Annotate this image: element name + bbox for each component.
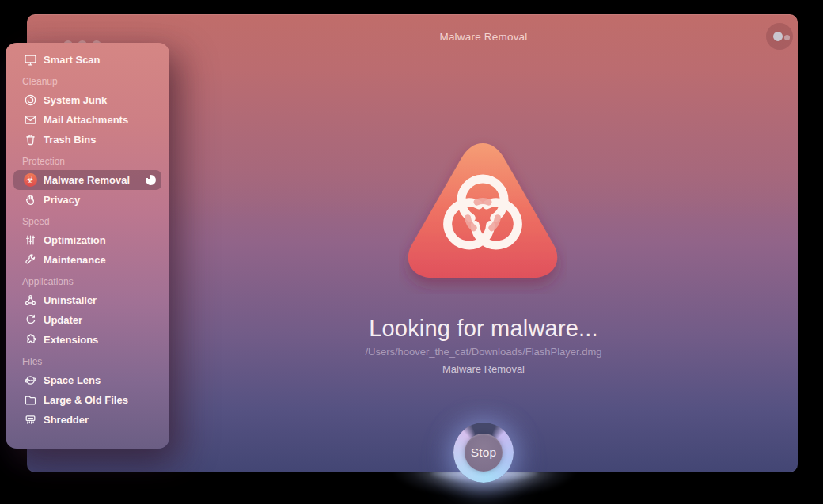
- sidebar-section-cleanup: Cleanup: [6, 70, 169, 90]
- scan-current-path: /Users/hoover_the_cat/Downloads/FlashPla…: [169, 346, 798, 358]
- status-title: Looking for malware...: [169, 316, 798, 343]
- sidebar-item-label: Uninstaller: [44, 294, 97, 306]
- biohazard-triangle-icon: [399, 135, 567, 294]
- biohazard-icon: ☣: [22, 173, 38, 187]
- sidebar-item-label: Privacy: [44, 194, 80, 206]
- menu-dot-icon: [773, 32, 783, 41]
- shredder-icon: [22, 413, 38, 426]
- cleanup-swirl-icon: [22, 93, 38, 107]
- sidebar-section-protection: Protection: [6, 150, 169, 170]
- sidebar-item-label: Optimization: [44, 234, 106, 246]
- imac-icon: [22, 53, 38, 66]
- sidebar-item-system-junk[interactable]: System Junk: [13, 90, 161, 110]
- stop-button-label[interactable]: Stop: [465, 434, 503, 472]
- sidebar-item-large-old-files[interactable]: Large & Old Files: [13, 390, 161, 410]
- scan-module-label: Malware Removal: [169, 363, 798, 376]
- sidebar-item-label: Trash Bins: [44, 134, 96, 146]
- sidebar: Smart Scan Cleanup System Junk Mail Atta…: [6, 43, 169, 449]
- puzzle-icon: [22, 333, 38, 347]
- menu-dot-small-icon: [784, 35, 790, 40]
- sidebar-item-space-lens[interactable]: Space Lens: [13, 370, 161, 390]
- envelope-icon: [22, 113, 38, 127]
- sidebar-item-extensions[interactable]: Extensions: [13, 330, 161, 350]
- sidebar-item-label: Maintenance: [44, 254, 106, 266]
- sidebar-item-malware-removal[interactable]: ☣ Malware Removal: [13, 170, 161, 190]
- sidebar-item-mail-attachments[interactable]: Mail Attachments: [13, 110, 161, 130]
- sidebar-item-label: System Junk: [44, 94, 107, 106]
- sidebar-item-label: Malware Removal: [44, 174, 130, 186]
- scan-progress-indicator: [146, 175, 156, 185]
- sidebar-item-shredder[interactable]: Shredder: [13, 410, 161, 430]
- window-title: Malware Removal: [169, 14, 798, 59]
- sidebar-item-smart-scan[interactable]: Smart Scan: [13, 50, 161, 70]
- sliders-icon: [22, 233, 38, 247]
- sidebar-item-label: Large & Old Files: [44, 394, 128, 406]
- sidebar-section-files: Files: [6, 350, 169, 370]
- sidebar-item-trash-bins[interactable]: Trash Bins: [13, 130, 161, 150]
- hub-icon: [22, 294, 38, 307]
- sidebar-item-label: Mail Attachments: [44, 114, 128, 126]
- trash-icon: [22, 133, 38, 146]
- sidebar-section-speed: Speed: [6, 210, 169, 230]
- hand-icon: [22, 193, 38, 207]
- refresh-icon: [22, 313, 38, 327]
- stop-button[interactable]: Stop: [453, 423, 514, 483]
- planet-icon: [22, 373, 38, 387]
- sidebar-item-label: Shredder: [44, 414, 89, 426]
- folder-icon: [22, 393, 38, 407]
- wrench-icon: [22, 253, 38, 267]
- sidebar-item-updater[interactable]: Updater: [13, 310, 161, 330]
- cleanmymac-menu-button[interactable]: [766, 23, 793, 50]
- sidebar-item-label: Smart Scan: [44, 54, 101, 66]
- sidebar-section-applications: Applications: [6, 270, 169, 290]
- sidebar-item-label: Extensions: [44, 334, 98, 346]
- sidebar-item-uninstaller[interactable]: Uninstaller: [13, 290, 161, 310]
- sidebar-item-optimization[interactable]: Optimization: [13, 230, 161, 250]
- sidebar-item-label: Space Lens: [44, 374, 101, 386]
- sidebar-item-label: Updater: [44, 314, 82, 326]
- sidebar-item-maintenance[interactable]: Maintenance: [13, 250, 161, 270]
- sidebar-item-privacy[interactable]: Privacy: [13, 190, 161, 210]
